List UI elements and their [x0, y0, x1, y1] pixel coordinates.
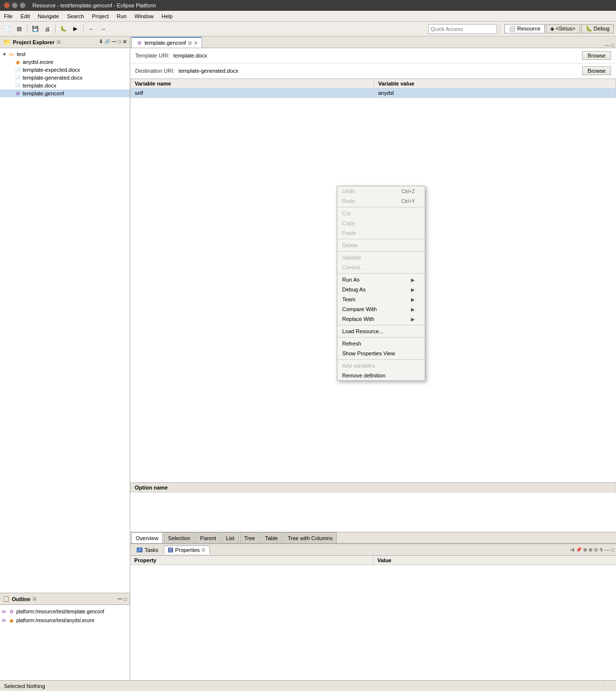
ctx-undo[interactable]: Undo Ctrl+Z — [337, 186, 425, 196]
tab-tree[interactable]: Tree — [240, 532, 260, 543]
menu-window[interactable]: Window — [130, 12, 157, 20]
outline-minimize-btn[interactable]: — — [117, 596, 122, 602]
outline-title: Outline — [12, 596, 30, 602]
maximize-button[interactable] — [20, 2, 26, 8]
menu-project[interactable]: Project — [88, 12, 113, 20]
minimize-button[interactable] — [12, 2, 18, 8]
toolbar-btn2[interactable]: ▤ — [14, 24, 25, 34]
editor-maximize-btn[interactable]: □ — [611, 42, 614, 48]
ctx-delete[interactable]: Delete — [337, 240, 425, 250]
ctx-control[interactable]: Control... — [337, 262, 425, 272]
toolbar-print-btn[interactable]: 🖨 — [42, 24, 53, 34]
menu-run[interactable]: Run — [113, 12, 130, 20]
ctx-debug-as[interactable]: Debug As ▶ — [337, 285, 425, 294]
toolbar-back-btn[interactable]: ← — [86, 24, 97, 34]
right-panel: ⚙ template.genconf ⊠ ✕ — □ Template URI:… — [130, 36, 616, 691]
outline-maximize-btn[interactable]: □ — [124, 596, 127, 602]
ctx-sep7 — [337, 359, 425, 360]
menu-edit[interactable]: Edit — [17, 12, 34, 20]
ctx-sep2 — [337, 239, 425, 239]
toolbar-save-btn[interactable]: 💾 — [30, 24, 41, 34]
template-uri-row: Template URI: template.docx Browse — [130, 48, 616, 63]
perspective-debug[interactable]: 🐛 Debug — [581, 24, 614, 33]
ctx-sep6 — [337, 337, 425, 338]
tasks-icon: ✓ — [137, 547, 143, 552]
explorer-maximize-btn[interactable]: □ — [118, 39, 121, 45]
main-layout: 📁 Project Explorer ⊠ ⬇ 🔗 — □ ✕ ▼ 🗁 test … — [0, 36, 616, 691]
ctx-undo-label: Undo — [342, 188, 398, 194]
status-text: Selected Nothing — [4, 683, 45, 689]
props-maximize[interactable]: □ — [611, 547, 614, 552]
destination-browse-btn[interactable]: Browse — [582, 66, 611, 75]
tree-item-expected[interactable]: 📄 template-expected.docx — [0, 66, 130, 74]
tab-list[interactable]: List — [222, 532, 239, 543]
editor-tab-genconf[interactable]: ⚙ template.genconf ⊠ ✕ — [131, 37, 202, 48]
outline-header-controls: — □ — [117, 596, 127, 602]
explorer-link-btn[interactable]: 🔗 — [104, 39, 110, 45]
props-minimize[interactable]: — — [605, 547, 610, 552]
props-btn2[interactable]: 📌 — [576, 547, 582, 552]
tab-tree-columns[interactable]: Tree with Columns — [283, 532, 337, 543]
var-row[interactable]: self anydsl — [131, 88, 616, 98]
ctx-add-variables[interactable]: Add variables — [337, 361, 425, 371]
ctx-validate[interactable]: Validate — [337, 253, 425, 262]
tree-project-root[interactable]: ▼ 🗁 test — [0, 50, 130, 58]
ctx-debug-as-label: Debug As — [342, 287, 407, 292]
quick-access-input[interactable] — [428, 24, 497, 34]
ctx-undo-shortcut: Ctrl+Z — [402, 189, 415, 194]
template-browse-btn[interactable]: Browse — [582, 51, 611, 60]
ctx-debug-as-arrow: ▶ — [411, 287, 415, 292]
menu-file[interactable]: File — [0, 12, 17, 20]
ctx-redo[interactable]: Redo Ctrl+Y — [337, 196, 425, 206]
editor-minimize-btn[interactable]: — — [605, 42, 610, 48]
ctx-team[interactable]: Team ▶ — [337, 294, 425, 304]
tab-tasks[interactable]: ✓ Tasks — [132, 546, 163, 554]
props-btn3[interactable]: ⊕ — [583, 547, 587, 552]
ctx-replace-with[interactable]: Replace With ▶ — [337, 314, 425, 324]
props-btn5[interactable]: ⊖ — [594, 547, 598, 552]
tab-parent[interactable]: Parent — [196, 532, 220, 543]
tree-item-template-docx[interactable]: 📄 template.docx — [0, 82, 130, 89]
toolbar-new-btn[interactable]: 📄 — [2, 24, 13, 34]
explorer-minimize-btn[interactable]: — — [112, 39, 117, 45]
tab-table[interactable]: Table — [261, 532, 282, 543]
status-bar: Selected Nothing ⋮⋮ — [0, 680, 616, 691]
explorer-close-btn[interactable]: ✕ — [122, 39, 127, 45]
menu-navigate[interactable]: Navigate — [34, 12, 63, 20]
var-name-cell: self — [131, 88, 374, 98]
outline-genconf-path: platform:/resource/test/template.genconf — [16, 609, 104, 614]
ctx-load-resource[interactable]: Load Resource... — [337, 326, 425, 336]
tab-close-btn[interactable]: ✕ — [194, 40, 198, 46]
outline-item-ecore[interactable]: ⊳ ◉ platform:/resource/test/anydsl.ecore — [2, 616, 128, 625]
tab-selection[interactable]: Selection — [164, 532, 195, 543]
props-btn4[interactable]: ⊕ — [588, 547, 592, 552]
toolbar-fwd-btn[interactable]: → — [98, 24, 109, 34]
ctx-paste[interactable]: Paste — [337, 228, 425, 238]
ctx-refresh[interactable]: Refresh — [337, 339, 425, 348]
ctx-run-as[interactable]: Run As ▶ — [337, 275, 425, 285]
perspective-sirius[interactable]: ◈ <Sirius> — [546, 24, 580, 33]
ctx-compare-with[interactable]: Compare With ▶ — [337, 304, 425, 314]
ctx-copy[interactable]: Copy — [337, 218, 425, 228]
tab-properties[interactable]: ☰ Properties ⊠ — [164, 546, 210, 554]
tree-item-ecore[interactable]: ◉ anydsl.ecore — [0, 58, 130, 66]
tree-item-generated[interactable]: 📄 template-generated.docx — [0, 74, 130, 82]
ctx-cut-label: Cut — [342, 210, 415, 216]
ctx-remove-definition[interactable]: Remove definition — [337, 371, 425, 380]
ctx-cut[interactable]: Cut — [337, 208, 425, 218]
tab-overview[interactable]: Overview — [131, 532, 163, 543]
toolbar-debug-btn[interactable]: 🐛 — [58, 24, 69, 34]
explorer-collapse-btn[interactable]: ⬇ — [99, 39, 103, 45]
toolbar-run-btn[interactable]: ▶ — [70, 24, 81, 34]
outline-item-genconf[interactable]: ⊳ ⚙ platform:/resource/test/template.gen… — [2, 607, 128, 616]
docx-icon1: 📄 — [14, 66, 21, 73]
menu-search[interactable]: Search — [63, 12, 88, 20]
props-btn1[interactable]: ⇉ — [570, 547, 574, 552]
tree-item-genconf[interactable]: ⚙ template.genconf — [0, 89, 130, 97]
perspective-resource[interactable]: ⬜ Resource — [504, 24, 545, 33]
props-btn6[interactable]: ↯ — [599, 547, 603, 552]
ctx-show-props[interactable]: Show Properties View — [337, 348, 425, 358]
menu-help[interactable]: Help — [158, 12, 177, 20]
genconf-icon: ⚙ — [14, 90, 21, 97]
close-button[interactable] — [4, 2, 10, 8]
